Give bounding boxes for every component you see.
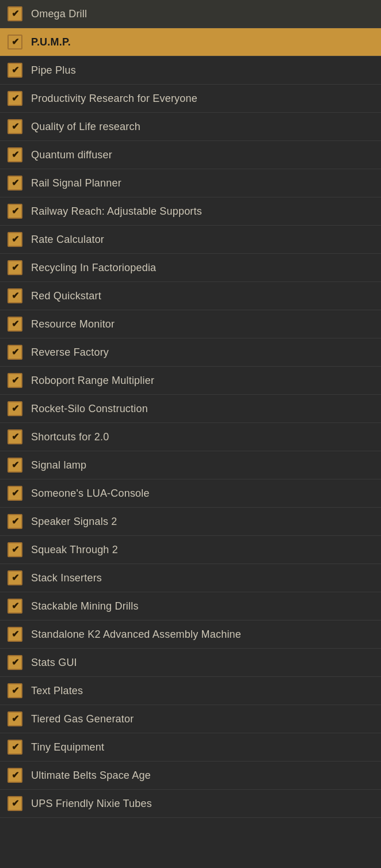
checkbox-box[interactable]: ✔ [7, 458, 22, 473]
checkbox-wrap: ✔ [5, 765, 25, 786]
list-item[interactable]: ✔Tiered Gas Generator [0, 705, 381, 733]
checkmark-icon: ✔ [12, 771, 19, 780]
list-item[interactable]: ✔Productivity Research for Everyone [0, 85, 381, 113]
checkbox-wrap: ✔ [5, 737, 25, 757]
checkbox-box[interactable]: ✔ [7, 740, 22, 755]
list-item[interactable]: ✔Stack Inserters [0, 564, 381, 592]
checkbox-box[interactable]: ✔ [7, 288, 22, 303]
checkbox-box[interactable]: ✔ [7, 570, 22, 585]
checkmark-icon: ✔ [12, 291, 19, 300]
list-item[interactable]: ✔Rate Calculator [0, 226, 381, 254]
checkmark-icon: ✔ [12, 432, 19, 441]
checkbox-box[interactable]: ✔ [7, 147, 22, 162]
list-item[interactable]: ✔Rocket-Silo Construction [0, 395, 381, 423]
checkbox-box[interactable]: ✔ [7, 260, 22, 275]
item-label: Resource Monitor [31, 318, 115, 330]
list-item[interactable]: ✔Pipe Plus [0, 56, 381, 85]
list-item[interactable]: ✔Standalone K2 Advanced Assembly Machine [0, 620, 381, 649]
checkbox-box[interactable]: ✔ [7, 373, 22, 388]
checkmark-icon: ✔ [12, 573, 19, 583]
checkbox-wrap: ✔ [5, 144, 25, 165]
checkmark-icon: ✔ [12, 630, 19, 639]
list-item[interactable]: ✔Someone's LUA-Console [0, 479, 381, 508]
checkmark-icon: ✔ [12, 122, 19, 131]
item-label: UPS Friendly Nixie Tubes [31, 798, 152, 810]
checkbox-wrap: ✔ [5, 483, 25, 504]
checkmark-icon: ✔ [12, 150, 19, 159]
checkbox-wrap: ✔ [5, 201, 25, 222]
checkbox-box[interactable]: ✔ [7, 768, 22, 783]
checkbox-box[interactable]: ✔ [7, 796, 22, 811]
checkbox-box[interactable]: ✔ [7, 176, 22, 191]
checkbox-box[interactable]: ✔ [7, 232, 22, 247]
item-label: Reverse Factory [31, 347, 109, 359]
checkbox-box[interactable]: ✔ [7, 429, 22, 444]
item-label: Speaker Signals 2 [31, 516, 117, 528]
checkbox-wrap: ✔ [5, 370, 25, 391]
checkmark-icon: ✔ [12, 94, 19, 103]
checkbox-wrap: ✔ [5, 539, 25, 560]
list-item[interactable]: ✔Roboport Range Multiplier [0, 367, 381, 395]
list-item[interactable]: ✔Stackable Mining Drills [0, 592, 381, 620]
checkbox-box[interactable]: ✔ [7, 711, 22, 726]
item-label: Stats GUI [31, 657, 77, 669]
checkbox-box[interactable]: ✔ [7, 35, 22, 50]
mod-list: ✔Omega Drill✔P.U.M.P.✔Pipe Plus✔Producti… [0, 0, 381, 818]
list-item[interactable]: ✔Squeak Through 2 [0, 536, 381, 564]
list-item[interactable]: ✔Recycling In Factoriopedia [0, 254, 381, 282]
item-label: Red Quickstart [31, 290, 101, 302]
list-item[interactable]: ✔Speaker Signals 2 [0, 508, 381, 536]
checkbox-wrap: ✔ [5, 88, 25, 109]
checkbox-wrap: ✔ [5, 398, 25, 419]
list-item[interactable]: ✔Omega Drill [0, 0, 381, 28]
list-item[interactable]: ✔Quantum diffuser [0, 141, 381, 169]
list-item[interactable]: ✔Quality of Life research [0, 113, 381, 141]
checkmark-icon: ✔ [12, 178, 19, 188]
checkbox-wrap: ✔ [5, 285, 25, 306]
list-item[interactable]: ✔Shortcuts for 2.0 [0, 423, 381, 451]
checkbox-box[interactable]: ✔ [7, 627, 22, 642]
list-item[interactable]: ✔Rail Signal Planner [0, 169, 381, 197]
list-item[interactable]: ✔Text Plates [0, 677, 381, 705]
checkmark-icon: ✔ [12, 686, 19, 695]
checkmark-icon: ✔ [12, 743, 19, 752]
checkbox-wrap: ✔ [5, 229, 25, 250]
checkbox-box[interactable]: ✔ [7, 486, 22, 501]
list-item[interactable]: ✔Tiny Equipment [0, 733, 381, 762]
item-label: Pipe Plus [31, 64, 76, 77]
checkbox-box[interactable]: ✔ [7, 683, 22, 698]
checkbox-box[interactable]: ✔ [7, 345, 22, 360]
checkbox-box[interactable]: ✔ [7, 655, 22, 670]
list-item[interactable]: ✔Signal lamp [0, 451, 381, 479]
item-label: Productivity Research for Everyone [31, 93, 197, 105]
list-item[interactable]: ✔Resource Monitor [0, 310, 381, 338]
checkbox-box[interactable]: ✔ [7, 317, 22, 332]
checkbox-box[interactable]: ✔ [7, 542, 22, 557]
item-label: Text Plates [31, 685, 83, 697]
checkbox-box[interactable]: ✔ [7, 91, 22, 106]
checkmark-icon: ✔ [12, 348, 19, 357]
item-label: Quantum diffuser [31, 149, 112, 161]
checkbox-box[interactable]: ✔ [7, 599, 22, 614]
item-label: Tiered Gas Generator [31, 713, 134, 725]
checkbox-box[interactable]: ✔ [7, 514, 22, 529]
item-label: Roboport Range Multiplier [31, 375, 154, 387]
list-item[interactable]: ✔Ultimate Belts Space Age [0, 762, 381, 790]
checkbox-box[interactable]: ✔ [7, 204, 22, 219]
checkbox-box[interactable]: ✔ [7, 63, 22, 78]
checkbox-box[interactable]: ✔ [7, 119, 22, 134]
list-item[interactable]: ✔Red Quickstart [0, 282, 381, 310]
checkmark-icon: ✔ [12, 319, 19, 329]
checkbox-box[interactable]: ✔ [7, 401, 22, 416]
checkmark-icon: ✔ [12, 601, 19, 611]
list-item[interactable]: ✔UPS Friendly Nixie Tubes [0, 790, 381, 818]
list-item[interactable]: ✔Railway Reach: Adjustable Supports [0, 197, 381, 226]
checkmark-icon: ✔ [12, 489, 19, 498]
list-item[interactable]: ✔Reverse Factory [0, 338, 381, 367]
list-item[interactable]: ✔Stats GUI [0, 649, 381, 677]
list-item[interactable]: ✔P.U.M.P. [0, 28, 381, 56]
checkbox-box[interactable]: ✔ [7, 6, 22, 21]
item-label: Recycling In Factoriopedia [31, 262, 156, 274]
checkmark-icon: ✔ [12, 376, 19, 385]
item-label: Stackable Mining Drills [31, 600, 139, 612]
